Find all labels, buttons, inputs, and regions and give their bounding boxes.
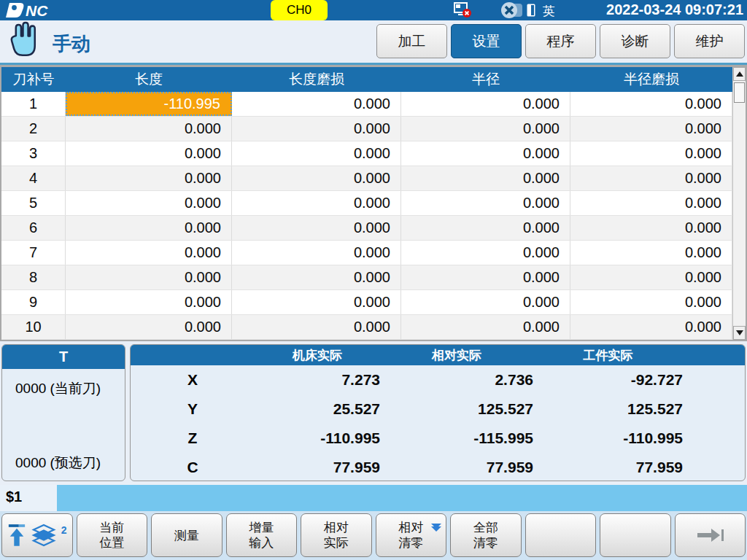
softkey-next-page[interactable]	[675, 513, 746, 557]
softkey-incremental-input[interactable]: 增量输入	[226, 513, 298, 557]
scroll-up-icon[interactable]	[733, 67, 746, 81]
softkey-measure[interactable]: 测量	[151, 513, 222, 557]
offset-value-cell[interactable]: 0.000	[232, 117, 401, 141]
offset-row-number[interactable]: 7	[1, 241, 66, 265]
tool-offset-table: 刀补号长度长度磨损半径半径磨损 1-110.9950.0000.0000.000…	[0, 65, 747, 341]
offset-table-body: 1-110.9950.0000.0000.00020.0000.0000.000…	[1, 92, 746, 340]
relative-actual-value: 77.959	[380, 453, 533, 481]
offset-row-number[interactable]: 1	[1, 92, 66, 116]
offset-row-number[interactable]: 10	[1, 315, 66, 339]
tool-panel: T 0000 (当前刀) 0000 (预选刀)	[1, 344, 125, 481]
offset-value-cell[interactable]: 0.000	[66, 265, 232, 289]
cnc-screen: NC CH0 英 2022-03-24 09:07:21 手动 加工设置程序诊断…	[0, 0, 747, 560]
offset-row-number[interactable]: 8	[1, 265, 66, 289]
relative-actual-value: 125.527	[380, 394, 533, 424]
offset-table-header: 刀补号长度长度磨损半径半径磨损	[1, 67, 746, 92]
workpiece-actual-value: -110.995	[533, 424, 683, 453]
offset-value-cell[interactable]: 0.000	[570, 92, 732, 116]
offset-value-cell[interactable]: 0.000	[401, 117, 570, 141]
return-up-icon	[7, 523, 26, 548]
softkey-empty[interactable]	[600, 513, 671, 557]
offset-value-cell[interactable]: 0.000	[232, 290, 401, 314]
offset-row-number[interactable]: 3	[1, 141, 66, 166]
offset-value-cell[interactable]: 0.000	[66, 290, 232, 314]
tab-加工[interactable]: 加工	[376, 24, 447, 58]
title-bar: 手动 加工设置程序诊断维护	[0, 20, 747, 63]
offset-value-cell[interactable]: 0.000	[66, 216, 232, 240]
position-header: 机床实际相对实际工件实际	[131, 345, 745, 365]
offset-value-cell[interactable]: 0.000	[232, 141, 401, 166]
position-column-header: 工件实际	[533, 345, 683, 365]
offset-value-cell[interactable]: 0.000	[232, 216, 401, 240]
offset-value-cell[interactable]: 0.000	[401, 241, 570, 265]
softkey-page-toggle[interactable]: 2	[1, 513, 73, 557]
workpiece-actual-value: -92.727	[533, 365, 683, 394]
offset-row-number[interactable]: 2	[1, 117, 66, 141]
offset-value-cell[interactable]: 0.000	[401, 166, 570, 190]
language-indicator[interactable]: 英	[543, 3, 555, 20]
table-scrollbar[interactable]	[732, 67, 746, 340]
offset-value-cell[interactable]: 0.000	[570, 216, 732, 240]
offset-value-cell[interactable]: 0.000	[401, 315, 570, 339]
scroll-down-icon[interactable]	[733, 326, 746, 340]
softkey-label: 相对	[324, 520, 349, 535]
offset-row-number[interactable]: 4	[1, 166, 66, 190]
offset-value-cell[interactable]: 0.000	[232, 92, 401, 116]
offset-value-cell[interactable]: 0.000	[401, 216, 570, 240]
offset-value-cell[interactable]: 0.000	[570, 290, 732, 314]
softkey-current-position[interactable]: 当前位置	[77, 513, 148, 557]
scrollbar-thumb[interactable]	[734, 82, 745, 103]
offset-value-cell[interactable]: 0.000	[66, 166, 232, 190]
column-header: 长度	[66, 67, 232, 92]
offset-value-cell[interactable]: 0.000	[570, 166, 732, 190]
position-panel: 机床实际相对实际工件实际 X7.2732.736-92.727Y25.52712…	[130, 344, 746, 481]
offset-row-number[interactable]: 5	[1, 191, 66, 215]
offset-value-cell[interactable]: 0.000	[401, 290, 570, 314]
table-row: 30.0000.0000.0000.000	[1, 141, 746, 166]
offset-value-cell[interactable]: 0.000	[232, 166, 401, 190]
offset-value-cell[interactable]: 0.000	[232, 315, 401, 339]
table-row: 80.0000.0000.0000.000	[1, 265, 746, 290]
offset-value-cell[interactable]: 0.000	[232, 265, 401, 289]
offset-value-cell[interactable]: 0.000	[66, 141, 232, 166]
hand-icon	[6, 21, 42, 63]
channel-badge[interactable]: CH0	[271, 0, 328, 20]
offset-value-cell[interactable]: 0.000	[570, 315, 732, 339]
offset-value-cell[interactable]: 0.000	[66, 241, 232, 265]
tab-诊断[interactable]: 诊断	[600, 24, 670, 58]
offset-value-cell[interactable]: 0.000	[401, 265, 570, 289]
axis-label: Y	[131, 394, 255, 424]
offset-value-cell[interactable]: -110.995	[66, 92, 232, 116]
position-column-header: 机床实际	[255, 345, 380, 365]
offset-row-number[interactable]: 6	[1, 216, 66, 240]
offset-value-cell[interactable]: 0.000	[232, 191, 401, 215]
offset-value-cell[interactable]: 0.000	[570, 265, 732, 289]
offset-value-cell[interactable]: 0.000	[570, 191, 732, 215]
offset-value-cell[interactable]: 0.000	[570, 241, 732, 265]
position-column-header: 相对实际	[380, 345, 533, 365]
offset-value-cell[interactable]: 0.000	[570, 141, 732, 166]
softkey-relative-clear[interactable]: 相对清零	[376, 513, 447, 557]
offset-value-cell[interactable]: 0.000	[401, 92, 570, 116]
softkey-bar: 2 当前位置测量增量输入相对实际相对清零全部清零	[0, 511, 747, 560]
tab-维护[interactable]: 维护	[674, 24, 745, 58]
offset-value-cell[interactable]: 0.000	[570, 117, 732, 141]
offset-value-cell[interactable]: 0.000	[232, 241, 401, 265]
softkey-empty[interactable]	[525, 513, 597, 557]
relative-actual-value: -115.995	[380, 424, 533, 453]
offset-value-cell[interactable]: 0.000	[401, 191, 570, 215]
offset-value-cell[interactable]: 0.000	[401, 141, 570, 166]
offset-value-cell[interactable]: 0.000	[66, 315, 232, 339]
softkey-label: 清零	[473, 535, 498, 551]
tab-设置[interactable]: 设置	[451, 24, 522, 58]
offset-value-cell[interactable]: 0.000	[66, 191, 232, 215]
softkey-label: 位置	[99, 535, 124, 551]
tab-程序[interactable]: 程序	[525, 24, 596, 58]
column-header: 半径	[401, 67, 570, 92]
offset-value-cell[interactable]: 0.000	[66, 117, 232, 141]
softkey-relative-actual[interactable]: 相对实际	[301, 513, 372, 557]
table-row: 50.0000.0000.0000.000	[1, 191, 746, 216]
softkey-clear-all[interactable]: 全部清零	[450, 513, 522, 557]
table-row: 20.0000.0000.0000.000	[1, 117, 746, 141]
offset-row-number[interactable]: 9	[1, 290, 66, 314]
